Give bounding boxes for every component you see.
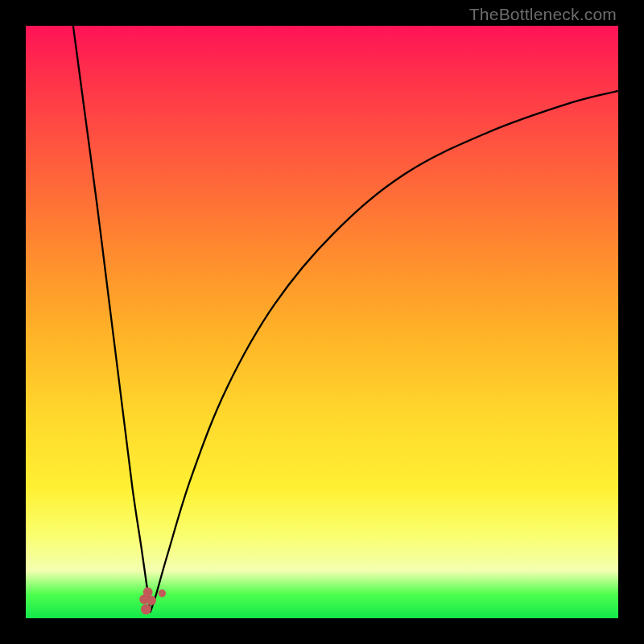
- watermark-text: TheBottleneck.com: [469, 5, 617, 24]
- optimum-marker: [141, 604, 151, 614]
- optimum-marker: [147, 596, 156, 605]
- optimum-marker: [158, 589, 166, 597]
- curve-right-branch: [151, 91, 618, 613]
- plot-area: [26, 26, 618, 618]
- curve-left-branch: [73, 26, 151, 613]
- curve-layer: [26, 26, 618, 618]
- optimum-marker: [143, 588, 153, 597]
- chart-frame: TheBottleneck.com: [0, 0, 644, 644]
- optimum-marker-cluster: [139, 588, 166, 615]
